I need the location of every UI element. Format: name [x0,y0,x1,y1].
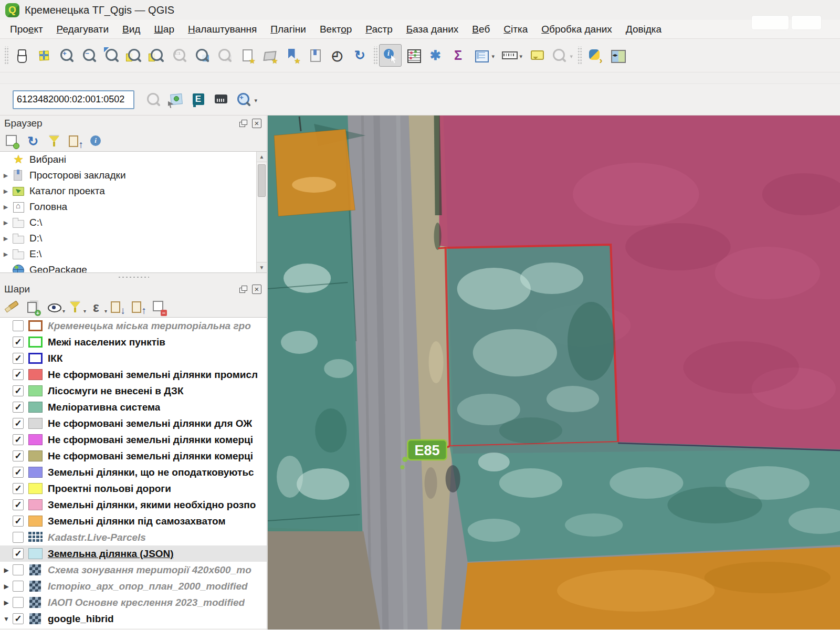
layer-visibility-checkbox[interactable]: ✓ [13,337,24,348]
map-canvas[interactable]: E85 [268,116,840,629]
filter-browser-icon[interactable] [45,132,63,150]
pan-map-icon[interactable] [10,44,33,67]
close-panel-icon[interactable]: × [251,118,262,129]
zoom-to-parcel-icon[interactable]: +▾ [232,88,255,111]
layer-visibility-checkbox[interactable]: ✓ [13,434,24,445]
refresh-map-icon[interactable]: ↻ [349,44,371,67]
zoom-to-layer-icon[interactable] [123,44,145,67]
layer-row[interactable]: ▼✓google_hibrid [0,611,267,627]
menu-item[interactable]: Растр [359,22,399,37]
layer-row[interactable]: ✓Земельні ділянки, що не оподатковуютьс [0,464,267,480]
new-map-view-icon[interactable] [236,44,258,67]
layer-visibility-checkbox[interactable]: ✓ [13,499,24,510]
layer-row[interactable]: ▶Схема зонування території 420x600_mo [0,562,267,578]
georeferencer-icon[interactable]: ▾ [548,44,570,67]
layer-visibility-checkbox[interactable] [13,320,24,331]
pan-to-selection-icon[interactable]: ✛ [33,44,55,67]
expander-icon[interactable]: ▶ [0,599,13,606]
zoom-next-icon[interactable] [213,44,236,67]
layer-row[interactable]: ✓Земельні ділянки під самозахватом [0,513,267,529]
ghost-window-button[interactable] [752,16,789,29]
fill-swatch-icon[interactable] [28,499,43,510]
expander-icon[interactable]: ▶ [0,583,13,590]
statistical-summary-icon[interactable] [402,44,424,67]
remove-layer-icon[interactable] [150,298,168,316]
add-selected-layers-icon[interactable] [3,132,21,150]
layer-visibility-checkbox[interactable]: ✓ [13,516,24,527]
expander-icon[interactable]: ▶ [0,566,13,574]
layer-row[interactable]: ✓ІКК [0,350,267,366]
float-panel-icon[interactable] [237,118,249,129]
properties-info-icon[interactable] [87,132,105,150]
menu-item[interactable]: Вектор [313,22,359,37]
layer-row[interactable]: ✓Земельна ділянка (JSON) [0,545,267,562]
layer-visibility-checkbox[interactable]: ✓ [13,402,24,413]
layer-row[interactable]: ✓Меліоративна система [0,399,267,415]
ghost-window-button[interactable] [792,16,821,29]
layer-visibility-checkbox[interactable]: ✓ [13,548,24,559]
outline-swatch-icon[interactable] [28,337,43,348]
chevron-down-icon[interactable]: ▾ [491,53,495,60]
menu-item[interactable]: Вид [116,22,147,37]
refresh-browser-icon[interactable]: ↻ [24,132,42,150]
browser-item-головна[interactable]: ▶Головна [0,199,256,215]
layer-visibility-checkbox[interactable]: ✓ [13,450,24,461]
outline-swatch-icon[interactable] [28,320,43,331]
open-attribute-table-icon[interactable]: ▾ [469,44,492,67]
close-panel-icon[interactable]: × [251,284,262,295]
map-tips-icon[interactable] [525,44,548,67]
fill-swatch-icon[interactable] [28,516,43,527]
layer-row[interactable]: ✓Земельні ділянки, якими необхідно розпо [0,497,267,513]
browser-item-d-[interactable]: ▶D:\ [0,230,256,246]
collapse-all-layers-icon[interactable] [129,298,147,316]
fill-swatch-icon[interactable] [28,418,43,429]
layer-row[interactable]: Кременецька міська територіальна гро [0,318,267,334]
fill-swatch-icon[interactable] [28,483,43,494]
browser-item-каталог-проекта[interactable]: ▶Каталог проекта [0,183,256,199]
raster-swatch-icon[interactable] [29,597,41,608]
browser-scrollbar[interactable]: ▲ ▼ [256,152,267,272]
fill-swatch-icon[interactable] [28,434,43,445]
layer-row[interactable]: ✓Не сформовані земельні ділянки комерці [0,432,267,448]
layer-visibility-checkbox[interactable]: ✓ [13,418,24,429]
cadastral-number-input[interactable] [13,90,134,109]
raster-swatch-icon[interactable] [29,613,41,624]
filter-legend-icon[interactable]: ▾ [66,298,84,316]
zoom-native-resolution-icon[interactable]: 1:1 [168,44,191,67]
expander-icon[interactable]: ▶ [0,188,12,195]
fill-swatch-icon[interactable] [28,467,43,478]
temporal-controller-icon[interactable]: ◴ [326,44,349,67]
layer-row[interactable]: ✓Лісосмуги не внесені в ДЗК [0,383,267,399]
layer-visibility-checkbox[interactable]: ✓ [13,353,24,364]
chevron-down-icon[interactable]: ▾ [62,308,65,314]
layer-row[interactable]: ▶ІАОП Основне креслення 2023_modified [0,594,267,611]
layer-row[interactable]: ✓Межі населених пунктів [0,334,267,350]
zoom-out-icon[interactable]: − [78,44,100,67]
expander-icon[interactable]: ▶ [0,251,12,258]
layer-visibility-checkbox[interactable] [13,532,24,543]
cadastre-network-tool-icon[interactable] [209,88,232,111]
collapse-all-browser-icon[interactable] [66,132,84,150]
zoom-last-icon[interactable] [191,44,213,67]
add-group-icon[interactable] [24,298,42,316]
layer-visibility-checkbox[interactable]: ✓ [13,385,24,396]
chevron-down-icon[interactable]: ▾ [570,53,573,60]
layer-visibility-checkbox[interactable]: ✓ [13,369,24,380]
grid-swatch-icon[interactable] [28,532,43,543]
layer-visibility-checkbox[interactable]: ✓ [13,613,24,624]
show-statistics-sum-icon[interactable]: Σ [447,44,469,67]
browser-item-просторові-закладки[interactable]: ▶Просторові закладки [0,167,256,183]
fill-swatch-icon[interactable] [28,450,43,461]
layer-row[interactable]: ✓Не сформовані земельні ділянки для ОЖ [0,415,267,432]
expander-icon[interactable]: ▶ [0,172,12,179]
python-console-icon[interactable] [583,44,606,67]
outline-swatch-icon[interactable] [28,353,43,364]
zoom-in-icon[interactable]: + [55,44,78,67]
layer-row[interactable]: ✓Не сформовані земельні ділянки комерці [0,448,267,464]
menu-item[interactable]: Шар [147,22,181,37]
layer-visibility-checkbox[interactable] [13,581,24,592]
zoom-full-extent-icon[interactable] [100,44,123,67]
expander-icon[interactable]: ▶ [0,235,12,242]
menu-item[interactable]: Налаштування [181,22,264,37]
browser-item-geopackage[interactable]: GeoPackage [0,262,256,272]
